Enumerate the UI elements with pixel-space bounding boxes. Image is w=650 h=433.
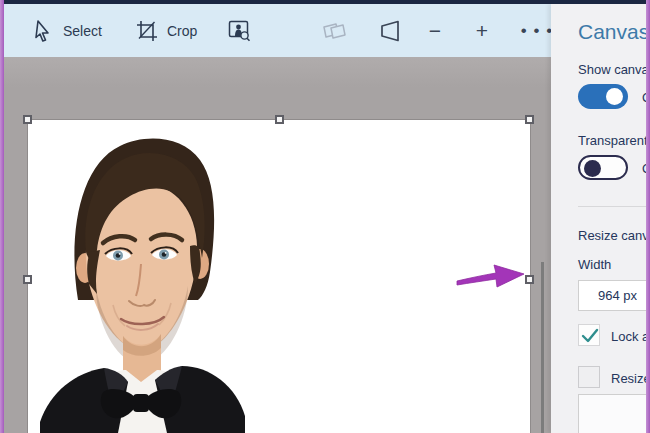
toggle-knob — [584, 160, 601, 177]
panel-title: Canvas — [578, 20, 649, 44]
selection-handle-top-right[interactable] — [525, 115, 534, 124]
canvas-workspace[interactable] — [4, 57, 551, 433]
photo-stack-icon — [321, 21, 347, 41]
width-label: Width — [578, 257, 611, 272]
zoom-out-button[interactable]: − — [418, 4, 452, 57]
toolbar: Select Crop — [4, 4, 551, 57]
canvas-scrollbar[interactable] — [541, 262, 544, 433]
units-dropdown[interactable] — [578, 394, 650, 433]
resize-canvas-label: Resize canvas — [578, 228, 650, 243]
resize-image-checkbox[interactable] — [578, 366, 600, 388]
minus-icon: − — [429, 20, 441, 41]
select-tool-button[interactable]: Select — [32, 4, 102, 57]
history-button[interactable] — [316, 4, 352, 57]
ellipsis-icon: • • • — [521, 22, 553, 39]
crop-tool-label: Crop — [167, 23, 197, 39]
crop-icon — [136, 20, 158, 42]
annotation-arrow — [456, 259, 528, 293]
magic-select-icon — [228, 20, 252, 42]
screenshot-left-border — [0, 0, 4, 433]
transparent-canvas-toggle[interactable] — [578, 155, 628, 180]
checkmark-icon — [580, 327, 600, 345]
canvas-panel: Canvas Show canvas On Transparent canvas… — [551, 4, 650, 433]
resize-image-label: Resize image with canvas — [611, 371, 650, 386]
crop-tool-button[interactable]: Crop — [136, 4, 197, 57]
document-canvas[interactable] — [28, 120, 530, 433]
cursor-arrow-icon — [32, 19, 54, 43]
selection-handle-top-middle[interactable] — [275, 115, 284, 124]
lock-aspect-label: Lock aspect ratio — [611, 329, 650, 344]
plus-icon: + — [476, 20, 488, 41]
select-tool-label: Select — [63, 23, 102, 39]
portrait-image[interactable] — [40, 120, 245, 433]
3d-view-button[interactable] — [372, 4, 408, 57]
paint3d-window: Select Crop — [0, 0, 650, 433]
transparent-canvas-label: Transparent canvas — [578, 133, 650, 148]
panel-divider — [578, 206, 650, 207]
selection-handle-middle-left[interactable] — [23, 275, 32, 284]
show-canvas-toggle[interactable] — [578, 84, 628, 109]
selection-handle-top-left[interactable] — [23, 115, 32, 124]
magic-select-button[interactable] — [222, 4, 258, 57]
screenshot-right-border — [646, 0, 650, 433]
show-canvas-label: Show canvas — [578, 62, 650, 77]
width-input[interactable] — [578, 280, 650, 311]
3d-view-icon — [377, 18, 403, 44]
zoom-in-button[interactable]: + — [465, 4, 499, 57]
window-top-strip — [0, 0, 650, 4]
lock-aspect-checkbox[interactable] — [578, 324, 600, 346]
toggle-knob — [606, 88, 623, 105]
